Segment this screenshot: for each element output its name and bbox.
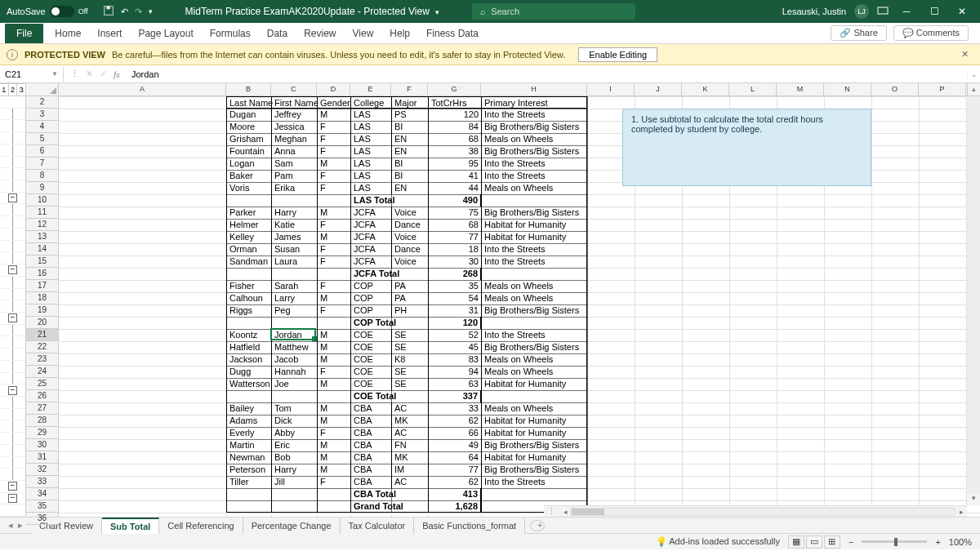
outline-collapse-row-26[interactable]: −: [8, 386, 17, 395]
cell-F23[interactable]: K8: [391, 353, 428, 366]
row-header-27[interactable]: 27: [26, 402, 58, 415]
cell-H7[interactable]: Into the Streets: [481, 158, 587, 170]
zoom-slider[interactable]: [862, 540, 927, 543]
column-header-B[interactable]: B: [226, 83, 271, 96]
minimize-icon[interactable]: ─: [897, 6, 916, 17]
cell-E29[interactable]: CBA: [350, 427, 391, 439]
cell-F8[interactable]: BI: [391, 170, 428, 182]
cell-D2[interactable]: Gender: [317, 96, 350, 109]
column-header-O[interactable]: O: [871, 83, 919, 96]
cell-C28[interactable]: Dick: [271, 415, 317, 427]
cell-F6[interactable]: EN: [391, 145, 428, 158]
cell-H20[interactable]: [481, 317, 587, 329]
select-all-button[interactable]: [26, 83, 59, 96]
cell-C31[interactable]: Bob: [271, 451, 317, 464]
zoom-out-icon[interactable]: −: [849, 537, 853, 547]
cell-F17[interactable]: PA: [391, 280, 428, 292]
row-header-33[interactable]: 33: [26, 476, 58, 488]
cell-B9[interactable]: Voris: [226, 182, 271, 194]
formula-input[interactable]: Jordan: [127, 67, 967, 82]
qat-dropdown-icon[interactable]: ▾: [149, 7, 153, 16]
cell-D33[interactable]: F: [317, 476, 350, 488]
cell-D28[interactable]: M: [317, 415, 350, 427]
cell-F3[interactable]: PS: [391, 109, 428, 121]
cell-G30[interactable]: 49: [428, 439, 481, 451]
cell-F5[interactable]: EN: [391, 133, 428, 145]
cell-H13[interactable]: Habitat for Humanity: [481, 231, 587, 243]
cell-B15[interactable]: Sandman: [226, 256, 271, 268]
cell-D18[interactable]: M: [317, 292, 350, 304]
row-header-21[interactable]: 21: [26, 329, 58, 341]
sheet-prev-icon[interactable]: ◂: [8, 520, 13, 531]
cell-E15[interactable]: JCFA: [350, 256, 391, 268]
cell-H3[interactable]: Into the Streets: [481, 109, 587, 121]
cell-D11[interactable]: M: [317, 207, 350, 219]
cell-B16[interactable]: [226, 268, 271, 280]
row-header-23[interactable]: 23: [26, 353, 58, 366]
cell-B19[interactable]: Riggs: [226, 304, 271, 317]
row-header-25[interactable]: 25: [26, 378, 58, 390]
cell-B32[interactable]: Peterson: [226, 464, 271, 476]
row-header-8[interactable]: 8: [26, 170, 58, 182]
cell-F18[interactable]: PA: [391, 292, 428, 304]
cell-B27[interactable]: Bailey: [226, 402, 271, 415]
column-header-P[interactable]: P: [919, 83, 966, 96]
cell-D22[interactable]: M: [317, 341, 350, 353]
row-header-19[interactable]: 19: [26, 304, 58, 317]
cell-D26[interactable]: [317, 390, 350, 402]
column-header-F[interactable]: F: [391, 83, 428, 96]
cell-C14[interactable]: Susan: [271, 243, 317, 256]
cell-C23[interactable]: Jacob: [271, 353, 317, 366]
cell-F28[interactable]: MK: [391, 415, 428, 427]
row-header-11[interactable]: 11: [26, 207, 58, 219]
cell-E17[interactable]: COP: [350, 280, 391, 292]
cell-E14[interactable]: JCFA: [350, 243, 391, 256]
horizontal-scrollbar[interactable]: ⋮ ◂ ▸: [544, 505, 967, 517]
undo-icon[interactable]: ↶: [121, 7, 128, 17]
cell-H27[interactable]: Meals on Wheels: [481, 402, 587, 415]
cell-D34[interactable]: [317, 488, 350, 500]
cell-H18[interactable]: Meals on Wheels: [481, 292, 587, 304]
cell-C7[interactable]: Sam: [271, 158, 317, 170]
cell-F13[interactable]: Voice: [391, 231, 428, 243]
formula-more-icon[interactable]: ⋮: [70, 69, 79, 79]
cell-B6[interactable]: Fountain: [226, 145, 271, 158]
cell-H5[interactable]: Meals on Wheels: [481, 133, 587, 145]
row-header-20[interactable]: 20: [26, 317, 58, 329]
cell-G10[interactable]: 490: [428, 194, 481, 207]
cell-G33[interactable]: 62: [428, 476, 481, 488]
column-header-Q[interactable]: Q: [966, 83, 967, 96]
row-header-4[interactable]: 4: [26, 121, 58, 133]
ribbon-tab-home[interactable]: Home: [47, 24, 89, 43]
sheet-next-icon[interactable]: ▸: [18, 520, 23, 531]
maximize-icon[interactable]: ☐: [924, 6, 944, 17]
page-layout-view-icon[interactable]: ▭: [806, 535, 822, 549]
column-header-N[interactable]: N: [824, 83, 871, 96]
cell-F29[interactable]: AC: [391, 427, 428, 439]
cell-D14[interactable]: F: [317, 243, 350, 256]
cell-G15[interactable]: 30: [428, 256, 481, 268]
cell-E11[interactable]: JCFA: [350, 207, 391, 219]
cell-C29[interactable]: Abby: [271, 427, 317, 439]
cell-G17[interactable]: 35: [428, 280, 481, 292]
expand-formula-bar-icon[interactable]: ⌄: [967, 70, 980, 78]
row-header-12[interactable]: 12: [26, 219, 58, 231]
cell-D6[interactable]: F: [317, 145, 350, 158]
cell-E19[interactable]: COP: [350, 304, 391, 317]
outline-collapse-row-10[interactable]: −: [8, 193, 17, 202]
cancel-formula-icon[interactable]: ✕: [86, 69, 93, 79]
cell-E5[interactable]: LAS: [350, 133, 391, 145]
cell-B8[interactable]: Baker: [226, 170, 271, 182]
cell-E30[interactable]: CBA: [350, 439, 391, 451]
ribbon-tab-help[interactable]: Help: [381, 24, 418, 43]
cell-E12[interactable]: JCFA: [350, 219, 391, 231]
cell-B35[interactable]: [226, 500, 271, 513]
cell-D3[interactable]: M: [317, 109, 350, 121]
title-dropdown-icon[interactable]: ▾: [435, 8, 439, 16]
cell-D7[interactable]: M: [317, 158, 350, 170]
column-header-E[interactable]: E: [350, 83, 391, 96]
cell-F24[interactable]: SE: [391, 366, 428, 378]
cell-C33[interactable]: Jill: [271, 476, 317, 488]
cell-D23[interactable]: M: [317, 353, 350, 366]
outline-collapse-row-16[interactable]: −: [8, 265, 17, 274]
